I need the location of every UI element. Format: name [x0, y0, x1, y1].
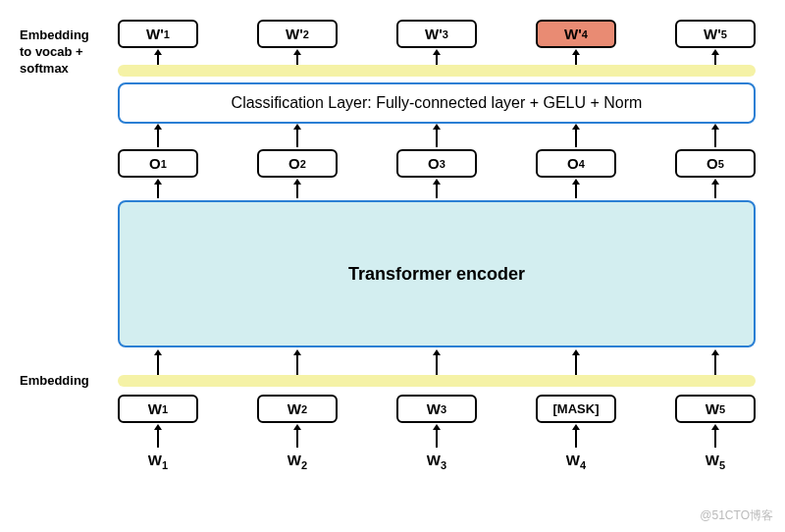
svg-marker-27: [572, 179, 580, 185]
svg-marker-39: [711, 349, 719, 355]
watermark: @51CTO博客: [700, 507, 773, 524]
input-token-node: W5: [675, 395, 756, 423]
input-token-node: W3: [396, 395, 477, 423]
svg-marker-41: [154, 424, 162, 430]
arrows-hidden: [118, 179, 756, 198]
transformer-encoder: Transformer encoder: [118, 200, 756, 347]
hidden-node: O1: [118, 149, 198, 178]
output-node: W'2: [257, 20, 338, 48]
svg-marker-29: [711, 179, 719, 185]
raw-token: W5: [675, 452, 756, 471]
svg-marker-1: [154, 49, 162, 55]
raw-token: W4: [536, 452, 616, 471]
output-node-masked: W'4: [536, 20, 616, 48]
svg-marker-43: [293, 424, 301, 430]
svg-marker-49: [711, 424, 719, 430]
svg-marker-19: [711, 124, 719, 130]
hidden-node: O3: [396, 149, 477, 178]
svg-marker-33: [293, 349, 301, 355]
svg-marker-35: [433, 349, 441, 355]
classification-layer: Classification Layer: Fully-connected la…: [118, 82, 756, 124]
arrows-class: [118, 124, 756, 147]
label-embedding-vocab-softmax: Embedding to vocab + softmax: [20, 27, 89, 78]
svg-marker-37: [572, 349, 580, 355]
svg-marker-9: [711, 49, 719, 55]
output-node: W'1: [118, 20, 198, 48]
arrows-encoder-in: [118, 349, 756, 375]
output-node: W'3: [396, 20, 477, 48]
svg-marker-21: [154, 179, 162, 185]
hidden-node: O5: [675, 149, 756, 178]
svg-marker-31: [154, 349, 162, 355]
hidden-row: O1 O2 O3 O4 O5: [118, 149, 756, 178]
embedding-bar: [118, 375, 756, 387]
svg-marker-17: [572, 124, 580, 130]
svg-marker-47: [572, 424, 580, 430]
svg-marker-25: [433, 179, 441, 185]
svg-marker-5: [433, 49, 441, 55]
svg-marker-11: [154, 124, 162, 130]
hidden-node: O2: [257, 149, 338, 178]
embedded-input-row: W1 W2 W3 [MASK] W5: [118, 395, 756, 423]
raw-input-row: W1 W2 W3 W4 W5: [118, 452, 756, 471]
output-node: W'5: [675, 20, 756, 48]
input-token-node: W1: [118, 395, 198, 423]
bert-mlm-diagram: W'1 W'2 W'3 W'4 W'5 Embedding to vocab +…: [20, 20, 765, 512]
svg-marker-15: [433, 124, 441, 130]
arrows-embed-in: [118, 424, 756, 448]
input-token-node-mask: [MASK]: [536, 395, 616, 423]
svg-marker-23: [293, 179, 301, 185]
output-row: W'1 W'2 W'3 W'4 W'5: [118, 20, 756, 48]
raw-token: W2: [257, 452, 338, 471]
hidden-node: O4: [536, 149, 616, 178]
label-embedding: Embedding: [20, 373, 89, 390]
svg-marker-3: [293, 49, 301, 55]
raw-token: W3: [396, 452, 477, 471]
input-token-node: W2: [257, 395, 338, 423]
svg-marker-45: [433, 424, 441, 430]
softmax-bar: [118, 65, 756, 77]
arrows-output: [118, 49, 756, 65]
svg-marker-13: [293, 124, 301, 130]
svg-marker-7: [572, 49, 580, 55]
raw-token: W1: [118, 452, 198, 471]
